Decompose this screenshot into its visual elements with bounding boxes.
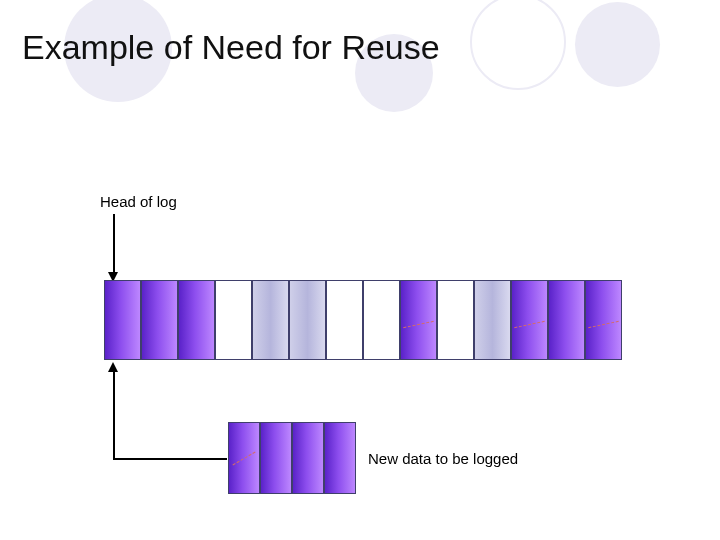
arrow-elbow-horizontal: [113, 458, 227, 460]
bg-circle: [575, 2, 660, 87]
arrow-elbow-vertical: [113, 370, 115, 458]
log-segment: [511, 280, 548, 360]
label-head-of-log: Head of log: [100, 193, 177, 210]
log-segment: [252, 280, 289, 360]
log-segment: [400, 280, 437, 360]
log-segment: [141, 280, 178, 360]
log-segment: [178, 280, 215, 360]
arrow-head-of-log: [113, 214, 115, 274]
log-segment: [104, 280, 141, 360]
arrowhead-up-icon: [108, 362, 118, 372]
new-data-segment: [292, 422, 324, 494]
slide-title: Example of Need for Reuse: [22, 28, 440, 67]
new-data-segment: [228, 422, 260, 494]
new-data-segment: [324, 422, 356, 494]
log-segment: [326, 280, 363, 360]
log-segment: [437, 280, 474, 360]
bg-circle: [470, 0, 566, 90]
log-segment: [474, 280, 511, 360]
label-new-data: New data to be logged: [368, 450, 518, 467]
new-data-segment: [260, 422, 292, 494]
log-segment: [289, 280, 326, 360]
log-segment: [363, 280, 400, 360]
log-segment: [585, 280, 622, 360]
log-segment: [548, 280, 585, 360]
log-segment: [215, 280, 252, 360]
